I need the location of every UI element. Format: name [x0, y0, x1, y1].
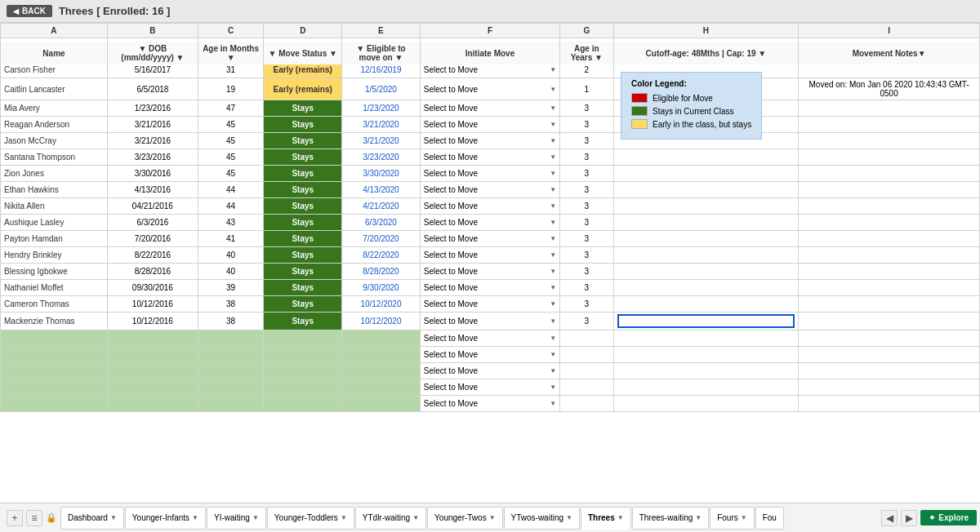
header-eligible: ▼ Eligible to move on ▼	[342, 41, 421, 64]
col-i: I	[799, 24, 980, 38]
table-row: Reagan Anderson 3/21/2016 45 Stays 3/21/…	[1, 117, 980, 133]
initiate-move-cell[interactable]: Select to Move ▼	[420, 231, 559, 247]
tab-label: Threes-waiting	[639, 513, 693, 522]
initiate-move-cell[interactable]: Select to Move ▼	[420, 296, 559, 313]
dropdown-arrow-icon: ▼	[550, 300, 556, 308]
table-row-empty: Select to Move ▼	[1, 363, 980, 379]
initiate-move-cell[interactable]: Select to Move ▼	[420, 149, 559, 166]
tab-threes-waiting[interactable]: Threes-waiting▼	[632, 507, 710, 530]
cutoff-cell	[613, 182, 799, 198]
initiate-move-cell[interactable]: Select to Move ▼	[420, 78, 559, 100]
table-body: Carson Fisher 5/16/2017 31 Early (remain…	[1, 62, 980, 412]
tab-threes[interactable]: Threes▼	[581, 507, 631, 530]
dropdown-arrow-icon: ▼	[550, 284, 556, 291]
initiate-move-label: Select to Move	[424, 120, 478, 129]
initiate-move-cell[interactable]: Select to Move ▼	[420, 280, 559, 296]
movement-notes-cell	[799, 215, 980, 231]
back-button[interactable]: ◀ BACK	[7, 5, 52, 17]
dropdown-arrow-icon: ▼	[550, 137, 556, 144]
header-movement-notes: Movement Notes▼	[799, 41, 980, 64]
lock-icon: 🔒	[46, 512, 57, 523]
header-name: Name	[1, 41, 108, 64]
dropdown-arrow-icon: ▼	[550, 186, 556, 193]
initiate-move-cell[interactable]: Select to Move ▼	[420, 133, 559, 149]
empty-years	[560, 396, 613, 412]
initiate-move-cell[interactable]: Select to Move ▼	[420, 313, 559, 330]
movement-input[interactable]	[617, 314, 795, 328]
movement-notes-cell	[799, 247, 980, 264]
empty-years	[560, 379, 613, 396]
dropdown-arrow-icon: ▼	[550, 268, 556, 275]
dob-cell: 4/13/2016	[107, 182, 198, 198]
empty-initiate[interactable]: Select to Move ▼	[420, 347, 559, 363]
age-months-cell: 39	[198, 280, 264, 296]
explore-button[interactable]: ✦ Explore	[920, 510, 977, 525]
tab-yi-waiting[interactable]: YI-waiting▼	[207, 507, 266, 530]
empty-initiate[interactable]: Select to Move ▼	[420, 396, 559, 412]
empty-age	[198, 379, 264, 396]
tab-fou[interactable]: Fou	[755, 507, 784, 530]
movement-notes-cell	[799, 100, 980, 117]
initiate-move-label: Select to Move	[424, 350, 478, 359]
empty-initiate[interactable]: Select to Move ▼	[420, 379, 559, 396]
name-cell: Payton Hamdan	[1, 231, 108, 247]
sheet-list-button[interactable]: ≡	[26, 510, 42, 526]
empty-initiate[interactable]: Select to Move ▼	[420, 330, 559, 347]
movement-notes-cell	[799, 313, 980, 330]
empty-name	[1, 379, 108, 396]
legend-item-yellow: Early in the class, but stays	[631, 119, 751, 129]
table-row-empty: Select to Move ▼	[1, 396, 980, 412]
tab-prev-button[interactable]: ◀	[881, 510, 898, 526]
tab-younger-toddlers[interactable]: Younger-Toddlers▼	[267, 507, 354, 530]
initiate-move-cell[interactable]: Select to Move ▼	[420, 117, 559, 133]
eligible-cell: 4/21/2020	[342, 198, 421, 215]
initiate-move-label: Select to Move	[424, 317, 478, 326]
tab-fours[interactable]: Fours▼	[710, 507, 754, 530]
tab-younger-infants[interactable]: Younger-Infants▼	[125, 507, 206, 530]
dropdown-arrow-icon: ▼	[550, 219, 556, 226]
tab-ytdlr-waiting[interactable]: YTdlr-waiting▼	[355, 507, 426, 530]
table-row: Mia Avery 1/23/2016 47 Stays 1/23/2020 S…	[1, 100, 980, 117]
initiate-move-cell[interactable]: Select to Move ▼	[420, 100, 559, 117]
empty-name	[1, 396, 108, 412]
initiate-move-cell[interactable]: Select to Move ▼	[420, 264, 559, 280]
empty-eligible	[342, 363, 421, 379]
col-f: F	[420, 24, 559, 38]
tab-label: YI-waiting	[214, 513, 250, 522]
eligible-cell: 1/5/2020	[342, 78, 421, 100]
dropdown-arrow-icon: ▼	[550, 86, 556, 93]
name-cell: Cameron Thomas	[1, 296, 108, 313]
dob-cell: 3/23/2016	[107, 149, 198, 166]
add-sheet-button[interactable]: +	[7, 510, 23, 526]
move-status-cell: Stays	[264, 100, 342, 117]
movement-notes-cell	[799, 166, 980, 182]
dob-cell: 04/21/2016	[107, 198, 198, 215]
initiate-move-label: Select to Move	[424, 383, 478, 392]
dropdown-arrow-icon: ▼	[550, 235, 556, 242]
age-years-cell: 3	[560, 182, 613, 198]
dropdown-arrow-icon: ▼	[550, 383, 556, 391]
movement-notes-cell	[799, 280, 980, 296]
initiate-move-cell[interactable]: Select to Move ▼	[420, 215, 559, 231]
empty-age	[198, 396, 264, 412]
explore-label: Explore	[938, 513, 969, 522]
empty-eligible	[342, 330, 421, 347]
dropdown-arrow-icon: ▼	[550, 335, 556, 342]
name-cell: Nathaniel Moffet	[1, 280, 108, 296]
initiate-move-cell[interactable]: Select to Move ▼	[420, 166, 559, 182]
tab-dashboard[interactable]: Dashboard▼	[60, 507, 124, 530]
tab-younger-twos[interactable]: Younger-Twos▼	[427, 507, 502, 530]
col-header-row: A B C D E F G H I	[1, 24, 980, 38]
initiate-move-cell[interactable]: Select to Move ▼	[420, 247, 559, 264]
initiate-move-cell[interactable]: Select to Move ▼	[420, 182, 559, 198]
initiate-move-cell[interactable]: Select to Move ▼	[420, 198, 559, 215]
tab-label: Younger-Toddlers	[274, 513, 338, 522]
col-h: H	[613, 24, 799, 38]
data-header-row: Name ▼ DOB (mm/dd/yyyy) ▼ Age in Months …	[1, 38, 980, 62]
tab-label: Younger-Infants	[132, 513, 189, 522]
tab-next-button[interactable]: ▶	[901, 510, 917, 526]
tab-ytwos-waiting[interactable]: YTwos-waiting▼	[504, 507, 580, 530]
name-cell: Mia Avery	[1, 100, 108, 117]
tab-dropdown-icon: ▼	[192, 514, 198, 521]
empty-initiate[interactable]: Select to Move ▼	[420, 363, 559, 379]
